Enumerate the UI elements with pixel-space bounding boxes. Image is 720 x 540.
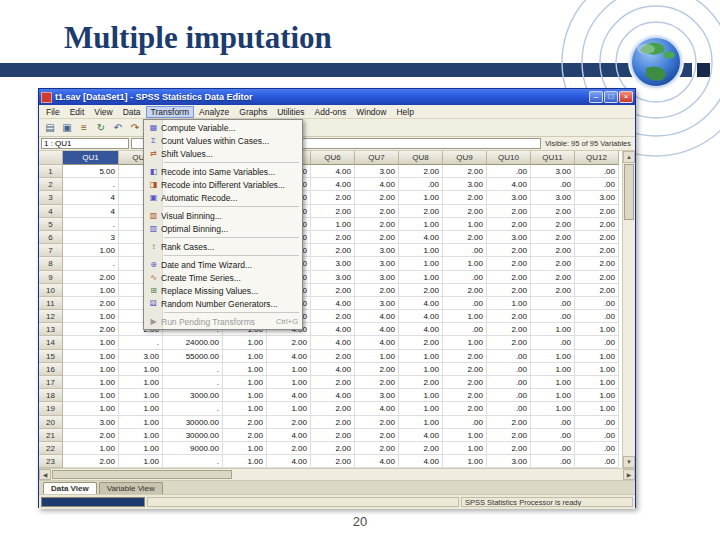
data-cell[interactable]: .00 (487, 350, 531, 363)
scroll-up-icon[interactable]: ▲ (623, 151, 635, 163)
row-number-cell[interactable]: 7 (39, 244, 63, 257)
data-cell[interactable]: 1.00 (119, 416, 163, 429)
data-cell[interactable]: 1.00 (531, 323, 575, 336)
transform-menu-item[interactable]: ▣Automatic Recode... (144, 191, 302, 204)
save-file-icon[interactable]: ▣ (59, 120, 75, 135)
data-cell[interactable]: 1.00 (63, 442, 119, 455)
data-cell[interactable]: .00 (531, 416, 575, 429)
data-cell[interactable]: 2.00 (311, 310, 355, 323)
data-cell[interactable]: .00 (443, 416, 487, 429)
data-cell[interactable]: 3.00 (487, 191, 531, 204)
data-cell[interactable]: 1.00 (399, 416, 443, 429)
data-cell[interactable]: 2.00 (355, 363, 399, 376)
data-cell[interactable]: 3.00 (531, 191, 575, 204)
data-cell[interactable]: 1.00 (63, 336, 119, 349)
data-cell[interactable]: 1.00 (63, 376, 119, 389)
data-cell[interactable]: .00 (487, 389, 531, 402)
data-cell[interactable]: 2.00 (531, 218, 575, 231)
data-cell[interactable]: 2.00 (531, 284, 575, 297)
menu-file[interactable]: File (41, 106, 65, 118)
data-cell[interactable]: 4.00 (311, 363, 355, 376)
data-cell[interactable]: 2.00 (575, 244, 619, 257)
data-cell[interactable]: 9000.00 (163, 442, 223, 455)
data-cell[interactable]: 3.00 (311, 257, 355, 270)
data-cell[interactable]: 2.00 (487, 416, 531, 429)
data-cell[interactable]: .00 (487, 165, 531, 178)
data-cell[interactable]: 1.00 (119, 455, 163, 468)
data-cell[interactable]: 2.00 (487, 257, 531, 270)
data-cell[interactable]: 1.00 (63, 389, 119, 402)
data-cell[interactable]: 2.00 (311, 284, 355, 297)
tab-variable-view[interactable]: Variable View (99, 482, 163, 494)
data-cell[interactable]: 2.00 (223, 416, 267, 429)
data-cell[interactable]: 1.00 (443, 429, 487, 442)
data-cell[interactable]: 1.00 (223, 402, 267, 415)
data-cell[interactable]: 2.00 (311, 350, 355, 363)
menu-edit[interactable]: Edit (65, 106, 90, 118)
data-cell[interactable]: .00 (487, 376, 531, 389)
data-cell[interactable]: 2.00 (399, 205, 443, 218)
data-cell[interactable]: 1.00 (223, 455, 267, 468)
data-cell[interactable]: 1.00 (443, 455, 487, 468)
data-cell[interactable]: 4.00 (311, 178, 355, 191)
column-header[interactable]: QU11 (531, 151, 575, 165)
data-cell[interactable]: 2.00 (355, 429, 399, 442)
data-cell[interactable]: 2.00 (399, 376, 443, 389)
row-number-cell[interactable]: 3 (39, 191, 63, 204)
data-cell[interactable]: 2.00 (575, 257, 619, 270)
data-cell[interactable]: 4.00 (355, 178, 399, 191)
data-cell[interactable]: 2.00 (311, 191, 355, 204)
data-cell[interactable]: 2.00 (487, 323, 531, 336)
redo-icon[interactable]: ↷ (127, 120, 143, 135)
transform-menu-item[interactable]: ⊞Replace Missing Values... (144, 284, 302, 297)
row-number-cell[interactable]: 2 (39, 178, 63, 191)
minimize-button[interactable]: – (589, 91, 603, 103)
data-cell[interactable]: 4 (63, 205, 119, 218)
data-cell[interactable]: 2.00 (443, 389, 487, 402)
data-cell[interactable]: 2.00 (63, 271, 119, 284)
data-cell[interactable]: 2.00 (63, 429, 119, 442)
data-cell[interactable]: 2.00 (311, 205, 355, 218)
data-cell[interactable]: . (163, 402, 223, 415)
data-cell[interactable]: 4 (63, 191, 119, 204)
row-number-cell[interactable]: 17 (39, 376, 63, 389)
data-cell[interactable]: 3.00 (443, 178, 487, 191)
data-cell[interactable]: 2.00 (399, 442, 443, 455)
data-cell[interactable]: 1.00 (399, 271, 443, 284)
vertical-scrollbar[interactable]: ▲ ▼ (622, 151, 635, 468)
data-cell[interactable]: 3.00 (63, 416, 119, 429)
data-cell[interactable]: 55000.00 (163, 350, 223, 363)
data-cell[interactable]: 2.00 (63, 297, 119, 310)
data-cell[interactable]: 1.00 (399, 402, 443, 415)
row-number-cell[interactable]: 10 (39, 284, 63, 297)
column-header[interactable]: QU1 (63, 151, 119, 165)
data-cell[interactable]: 1.00 (575, 350, 619, 363)
data-cell[interactable]: 2.00 (311, 416, 355, 429)
data-cell[interactable]: 2.00 (443, 205, 487, 218)
data-cell[interactable]: 1.00 (399, 389, 443, 402)
data-cell[interactable]: . (163, 376, 223, 389)
data-cell[interactable]: .00 (443, 323, 487, 336)
data-cell[interactable]: 4.00 (355, 323, 399, 336)
data-cell[interactable]: 4.00 (311, 389, 355, 402)
data-cell[interactable]: 2.00 (355, 218, 399, 231)
data-cell[interactable]: 3.00 (355, 244, 399, 257)
row-number-cell[interactable]: 8 (39, 257, 63, 270)
transform-menu-item[interactable]: ⚄Random Number Generators... (144, 297, 302, 310)
data-cell[interactable]: 1.00 (399, 350, 443, 363)
data-cell[interactable]: 1.00 (531, 402, 575, 415)
open-file-icon[interactable]: ▤ (42, 120, 58, 135)
data-cell[interactable]: 3 (63, 231, 119, 244)
data-cell[interactable]: 4.00 (267, 389, 311, 402)
row-number-cell[interactable]: 1 (39, 165, 63, 178)
data-cell[interactable]: 3000.00 (163, 389, 223, 402)
transform-menu-item[interactable]: ▥Optimal Binning... (144, 222, 302, 235)
data-cell[interactable]: 1.00 (223, 363, 267, 376)
data-cell[interactable]: .00 (575, 416, 619, 429)
data-cell[interactable]: 2.00 (443, 284, 487, 297)
data-cell[interactable]: 1.00 (63, 284, 119, 297)
transform-menu-item[interactable]: ▦Compute Variable... (144, 121, 302, 134)
data-cell[interactable]: 1.00 (575, 323, 619, 336)
menu-help[interactable]: Help (391, 106, 418, 118)
data-cell[interactable]: . (63, 178, 119, 191)
